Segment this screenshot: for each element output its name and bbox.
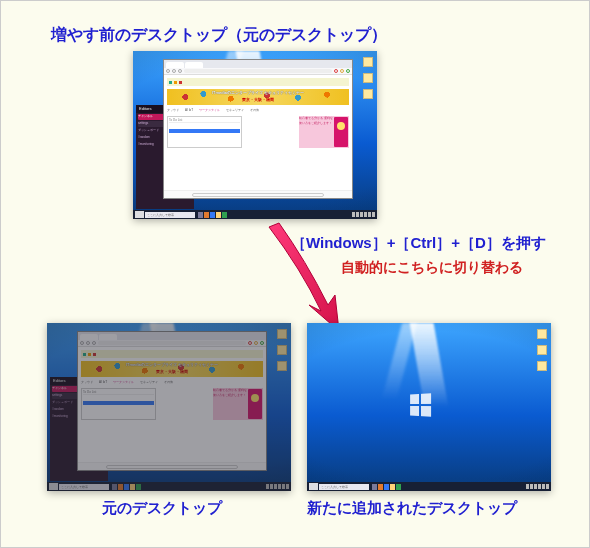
card-title: To Do List <box>83 390 154 395</box>
thumbnail-new-desktop: ここに入力して検索 <box>307 323 551 491</box>
taskbar: ここに入力して検索 <box>47 482 291 491</box>
lightbulb-icon <box>248 389 262 419</box>
todo-card: To Do List <box>167 116 242 148</box>
card-title: To Do List <box>169 118 240 123</box>
browser-toolbar <box>78 340 266 347</box>
taskbar: ここに入力して検索 <box>307 482 551 491</box>
lightbulb-icon <box>334 117 348 147</box>
start-button-icon <box>309 483 318 490</box>
pinned-apps <box>198 212 227 218</box>
page-footer <box>78 462 266 470</box>
start-button-icon <box>135 211 144 218</box>
browser-tabstrip <box>164 60 352 68</box>
promo-text: 初心者でも分かる 便利な使い方をご紹介します！ <box>299 116 333 125</box>
browser-tabstrip <box>78 332 266 340</box>
system-tray <box>526 484 549 489</box>
caption-original-desktop: 増やす前のデスクトップ（元のデスクトップ） <box>51 25 387 46</box>
promo-text: 初心者でも分かる 便利な使い方をご紹介します！ <box>213 388 247 397</box>
caption-new-desktop: 新たに追加されたデスクトップ <box>307 499 517 518</box>
desktop-icons <box>363 57 373 99</box>
system-tray <box>266 484 289 489</box>
ad-banner: ITmediaのエンタープライズ セキュリティセミナー 東京・大阪・福岡 <box>81 361 263 377</box>
thumbnail-original-desktop-bottom: Editors チャンネル settings ダッシュボード #random #… <box>47 323 291 491</box>
taskbar-search: ここに入力して検索 <box>319 484 369 490</box>
page-content: ITmediaのエンタープライズ セキュリティセミナー 東京・大阪・福岡 クラウ… <box>164 75 352 198</box>
page-nav: クラウド AI IoT ワークスタイル セキュリティ その他 <box>81 380 263 385</box>
browser-window: ITmediaのエンタープライズ セキュリティセミナー 東京・大阪・福岡 クラウ… <box>77 331 267 471</box>
browser-toolbar <box>164 68 352 75</box>
pinned-apps <box>372 484 401 490</box>
pinned-apps <box>112 484 141 490</box>
start-button-icon <box>49 483 58 490</box>
banner-text: ITmediaのエンタープライズ セキュリティセミナー <box>81 362 263 367</box>
promo-panel: 初心者でも分かる 便利な使い方をご紹介します！ <box>213 388 263 420</box>
banner-subtext: 東京・大阪・福岡 <box>81 369 263 374</box>
windows-logo-icon <box>411 393 432 416</box>
taskbar-search: ここに入力して検索 <box>59 484 109 490</box>
desktop-icons <box>277 329 287 371</box>
promo-panel: 初心者でも分かる 便利な使い方をご紹介します！ <box>299 116 349 148</box>
banner-subtext: 東京・大阪・福岡 <box>167 97 349 102</box>
keyboard-shortcut-instruction: ［Windows］+［Ctrl］+［D］を押す <box>291 234 546 253</box>
page-footer <box>164 190 352 198</box>
system-tray <box>352 212 375 217</box>
taskbar: ここに入力して検索 <box>133 210 377 219</box>
desktop-icons <box>537 329 547 371</box>
thumbnail-original-desktop-top: Editors チャンネル settings ダッシュボード #random #… <box>133 51 377 219</box>
todo-card: To Do List <box>81 388 156 420</box>
page-nav: クラウド AI IoT ワークスタイル セキュリティ その他 <box>167 108 349 113</box>
browser-window: ITmediaのエンタープライズ セキュリティセミナー 東京・大阪・福岡 クラウ… <box>163 59 353 199</box>
taskbar-search: ここに入力して検索 <box>145 212 195 218</box>
caption-original-desktop-bottom: 元のデスクトップ <box>102 499 222 518</box>
auto-switch-note: 自動的にこちらに切り替わる <box>341 259 523 277</box>
banner-text: ITmediaのエンタープライズ セキュリティセミナー <box>167 90 349 95</box>
page-content: ITmediaのエンタープライズ セキュリティセミナー 東京・大阪・福岡 クラウ… <box>78 347 266 470</box>
ad-banner: ITmediaのエンタープライズ セキュリティセミナー 東京・大阪・福岡 <box>167 89 349 105</box>
